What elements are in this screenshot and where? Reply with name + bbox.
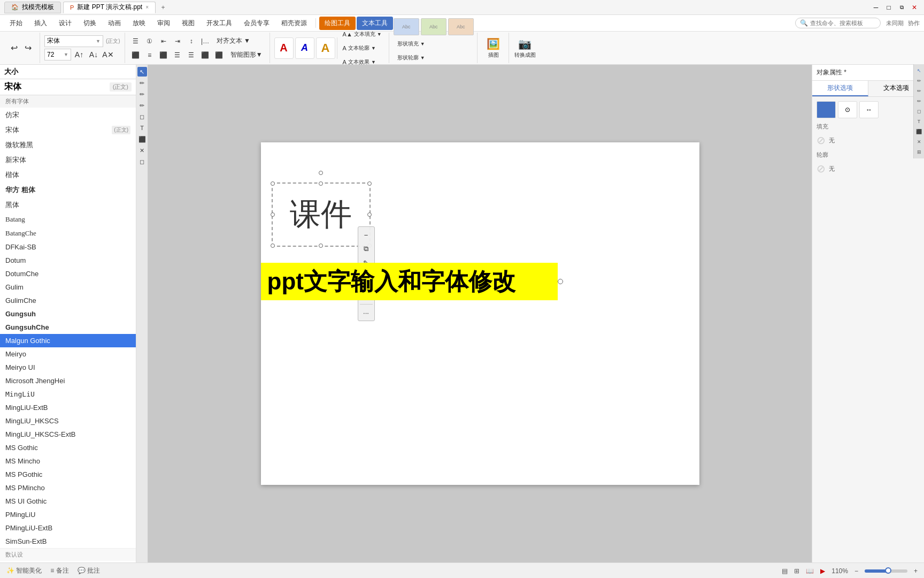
menu-review[interactable]: 审阅 — [152, 17, 175, 30]
handle-mr[interactable] — [367, 212, 372, 217]
zoom-handle[interactable] — [885, 567, 891, 574]
menu-slideshow[interactable]: 放映 — [127, 17, 151, 30]
align-justify-btn[interactable]: ☰ — [171, 49, 184, 62]
close-btn[interactable]: ✕ — [909, 3, 920, 12]
menu-start[interactable]: 开始 — [4, 17, 28, 30]
font-item-pmingliu-extb[interactable]: PMingLiU-ExtB — [0, 521, 136, 535]
indent-inc-btn[interactable]: ⇥ — [171, 35, 184, 48]
font-item-ms-ui-gothic[interactable]: MS UI Gothic — [0, 495, 136, 508]
menu-design[interactable]: 设计 — [53, 17, 77, 30]
menu-insert[interactable]: 插入 — [29, 17, 52, 30]
lasso-btn[interactable]: ◻ — [137, 157, 147, 166]
text-insert-btn[interactable]: T — [137, 123, 147, 133]
font-item-ms-pmincho[interactable]: MS PMincho — [0, 481, 136, 495]
menu-vip[interactable]: 会员专享 — [238, 17, 275, 30]
notes-btn[interactable]: ≡ 备注 — [50, 566, 68, 575]
font-item-ms-pgothic[interactable]: MS PGothic — [0, 468, 136, 481]
font-item-gulim[interactable]: Gulim — [0, 280, 136, 294]
font-item-dotumche[interactable]: DotumChe — [0, 267, 136, 280]
search-input[interactable] — [810, 20, 874, 26]
tab-ppt[interactable]: P 新建 PPT 演示文稿.ppt × — [63, 2, 156, 13]
handle-tl[interactable] — [271, 181, 275, 186]
eraser-btn[interactable]: ✕ — [137, 146, 147, 155]
play-btn[interactable]: ▶ — [820, 567, 825, 575]
menu-dev[interactable]: 开发工具 — [201, 17, 237, 30]
font-item-batangche[interactable]: BatangChe — [0, 226, 136, 240]
font-clear-btn[interactable]: A✕ — [102, 48, 114, 61]
handle-rotate[interactable] — [319, 171, 323, 175]
tab-shape-options[interactable]: 形状选项 — [812, 81, 868, 96]
font-item-kaiti[interactable]: 楷体 — [0, 168, 136, 182]
edge-pen3-icon[interactable]: ✏ — [915, 97, 923, 105]
align-left-btn[interactable]: ⬛ — [129, 49, 142, 62]
font-item-msyh[interactable]: 微软雅黑 — [0, 138, 136, 153]
text-gradient-btn[interactable]: A — [316, 37, 335, 59]
font-item-mingliu-hkscs[interactable]: MingLiU_HKSCS — [0, 414, 136, 428]
font-item-mingliu-hkscs-extb[interactable]: MingLiU_HKSCS-ExtB — [0, 428, 136, 441]
font-item-songti[interactable]: 宋体 (正文) — [0, 123, 136, 138]
font-item-meiryo[interactable]: Meiryo — [0, 347, 136, 361]
font-item-ms-gothic[interactable]: MS Gothic — [0, 441, 136, 454]
tab-add-btn[interactable]: + — [158, 2, 168, 13]
font-item-xinsong[interactable]: 新宋体 — [0, 153, 136, 168]
text-3d-btn[interactable]: A — [295, 37, 314, 59]
align-right-btn[interactable]: ⬛ — [157, 49, 170, 62]
font-item-pmingliu[interactable]: PMingLiU — [0, 508, 136, 521]
handle-mr-main[interactable] — [558, 279, 563, 284]
font-item-dotum[interactable]: Dotum — [0, 254, 136, 267]
comments-btn[interactable]: 💬 批注 — [78, 566, 100, 575]
shape-option-effect[interactable]: ⊙ — [838, 101, 857, 118]
insert-image-btn[interactable]: 🖼️ 插图 — [482, 34, 505, 62]
edge-pen-icon[interactable]: ✏ — [915, 77, 923, 85]
menu-transition[interactable]: 切换 — [78, 17, 102, 30]
align-dist-btn[interactable]: ☰ — [185, 49, 198, 62]
zoom-slider[interactable] — [865, 569, 907, 573]
zoom-minus-btn[interactable]: − — [854, 567, 858, 575]
convert-to-image-btn[interactable]: 📷 转换成图 — [513, 34, 537, 62]
smart-shape-btn[interactable]: 智能图形▼ — [227, 49, 266, 62]
shape-outline-btn[interactable]: 形状轮廓 ▼ — [394, 51, 474, 64]
select-tool-btn[interactable]: ↖ — [137, 67, 147, 77]
slide-canvas[interactable]: 课件 − ⧉ ✎ ⊻ ⊡ ··· ppt文字输入和字体修改 — [261, 142, 699, 485]
font-item-huafang[interactable]: 华方 粗体 — [0, 182, 136, 197]
font-item-fangsong[interactable]: 仿宋 — [0, 108, 136, 123]
shape-style-2[interactable]: Abc — [421, 18, 446, 35]
line-spacing-btn[interactable]: ↕ — [185, 35, 198, 48]
edge-pen2-icon[interactable]: ✏ — [915, 87, 923, 95]
font-item-malgun-gothic[interactable]: Malgun Gothic — [0, 334, 136, 347]
handle-tr[interactable] — [367, 181, 372, 186]
shape-option-size[interactable]: ↔ — [859, 101, 879, 118]
textbox-main[interactable]: ppt文字输入和字体修改 — [261, 263, 558, 300]
search-box[interactable]: 🔍 — [795, 18, 881, 28]
font-item-mingliu-extb[interactable]: MingLiU-ExtB — [0, 401, 136, 414]
draw-pen2-btn[interactable]: ✏ — [137, 89, 147, 99]
shape-fill-btn[interactable]: 形状填充 ▼ — [394, 37, 474, 50]
font-item-aharoni[interactable]: Aharoni — [0, 561, 136, 562]
edge-grid-icon[interactable]: ⊞ — [915, 148, 923, 156]
font-item-simsun-extb[interactable]: SimSun-ExtB — [0, 535, 136, 548]
font-item-batang[interactable]: Batang — [0, 212, 136, 226]
smart-beautify-btn[interactable]: ✨ 智能美化 — [6, 566, 42, 575]
font-item-mingliu[interactable]: MingLiU — [0, 387, 136, 401]
number-list-btn[interactable]: ① — [143, 35, 156, 48]
handle-ml[interactable] — [271, 212, 275, 217]
view-grid-btn[interactable]: ⊞ — [794, 567, 799, 575]
align-extra2-btn[interactable]: ⬛ — [213, 49, 226, 62]
tab-close-icon[interactable]: × — [145, 4, 149, 10]
text-outline-btn[interactable]: A 文本轮廓 ▼ — [339, 42, 386, 55]
tab-template[interactable]: 🏠 找模壳模板 — [4, 2, 61, 13]
draw-pen-btn[interactable]: ✏ — [137, 78, 147, 88]
font-item-dfkai[interactable]: DFKai-SB — [0, 240, 136, 254]
indent-dec-btn[interactable]: ⇤ — [157, 35, 170, 48]
handle-bl[interactable] — [271, 244, 275, 248]
float-more-btn[interactable]: ··· — [360, 306, 373, 319]
align-center-btn[interactable]: ≡ — [143, 49, 156, 62]
font-item-ms-jhenghei[interactable]: Microsoft JhengHei — [0, 374, 136, 387]
shape-style-3[interactable]: Abc — [448, 18, 474, 35]
text-shadow-btn[interactable]: A — [274, 37, 294, 59]
shape-style-1[interactable]: Abc — [394, 18, 419, 35]
bullet-list-btn[interactable]: ☰ — [129, 35, 142, 48]
font-item-gungsuhche[interactable]: GungsuhChe — [0, 321, 136, 334]
font-item-meiryo-ui[interactable]: Meiryo UI — [0, 361, 136, 374]
float-layers-btn[interactable]: ⧉ — [360, 242, 373, 255]
